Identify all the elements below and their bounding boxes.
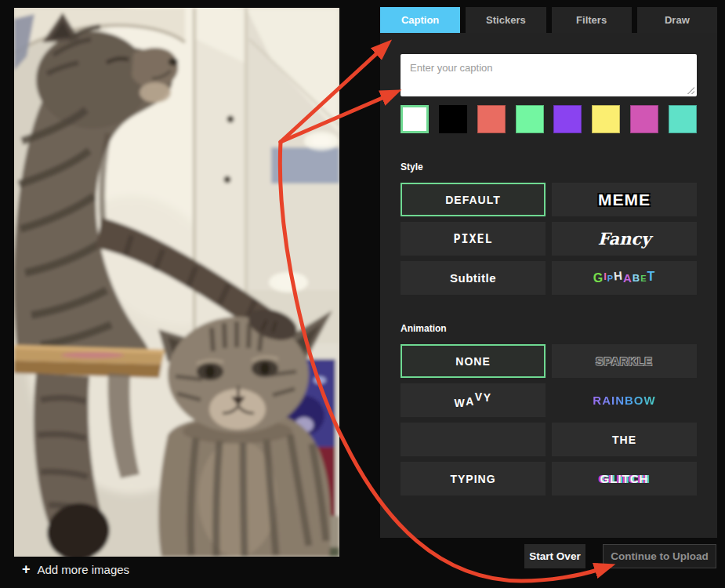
tab-caption[interactable]: Caption [380,7,460,33]
animation-options-grid: NONESPARKLEWAVYRAINBOWTHETYPINGGLITCH [401,344,697,495]
animation-section-label: Animation [401,323,697,334]
color-swatch-0[interactable] [401,105,429,133]
color-swatch-6[interactable] [630,105,658,133]
animation-option-empty[interactable] [401,423,546,456]
animation-option-the[interactable]: THE [552,423,697,456]
style-option-subtitle[interactable]: Subtitle [401,261,546,295]
continue-to-upload-button[interactable]: Continue to Upload [603,544,716,568]
color-swatch-5[interactable] [592,105,620,133]
color-swatch-2[interactable] [477,105,506,133]
style-option-giphabet[interactable]: GIPHABET [552,261,697,295]
caption-panel: Style DEFAULTMEMEPIXELFancySubtitleGIPHA… [380,33,717,538]
caption-color-swatches [401,105,697,133]
animation-option-typing[interactable]: TYPING [401,462,546,495]
start-over-button[interactable]: Start Over [524,544,585,568]
style-option-fancy[interactable]: Fancy [552,222,697,256]
gif-preview-image [14,8,339,557]
animation-option-none[interactable]: NONE [401,344,546,378]
caption-input-wrap [401,54,697,96]
animation-option-glitch[interactable]: GLITCH [552,462,697,495]
animation-option-rainbow[interactable]: RAINBOW [552,383,697,417]
gif-preview [14,8,339,557]
color-swatch-1[interactable] [439,105,467,133]
animation-option-wavy[interactable]: WAVY [401,383,546,417]
tab-draw[interactable]: Draw [637,7,717,33]
style-option-meme[interactable]: MEME [552,183,697,216]
color-swatch-3[interactable] [516,105,544,133]
style-section-label: Style [401,162,697,172]
editor-tabs: CaptionStickersFiltersDraw [380,7,717,33]
tab-filters[interactable]: Filters [552,7,632,33]
color-swatch-7[interactable] [669,105,697,133]
caption-input[interactable] [401,54,697,96]
style-option-pixel[interactable]: PIXEL [401,222,546,256]
style-options-grid: DEFAULTMEMEPIXELFancySubtitleGIPHABET [401,183,697,295]
add-more-images-button[interactable]: + Add more images [22,562,129,576]
style-option-default[interactable]: DEFAULT [401,183,546,216]
animation-option-sparkle[interactable]: SPARKLE [552,344,697,378]
add-more-images-label: Add more images [38,563,130,576]
color-swatch-4[interactable] [553,105,582,133]
tab-stickers[interactable]: Stickers [466,7,546,33]
plus-icon: + [22,562,31,576]
